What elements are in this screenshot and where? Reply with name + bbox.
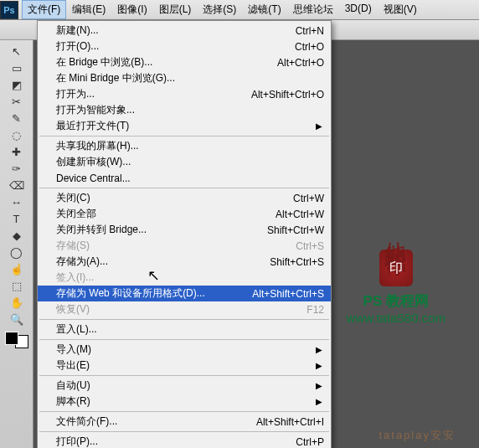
menu-shortcut: Alt+Ctrl+O (277, 57, 324, 69)
submenu-arrow-icon: ▶ (316, 121, 322, 131)
tool-15[interactable]: ✋ (8, 294, 26, 311)
menu-item[interactable]: Device Central... (38, 170, 331, 186)
menu-separator (39, 188, 329, 188)
menu-item[interactable]: 打开(O)...Ctrl+O (38, 39, 331, 54)
menubar-item-2[interactable]: 图像(I) (111, 0, 152, 19)
menu-item: 恢复(V)F12 (38, 301, 331, 317)
menubar: Ps 文件(F)编辑(E)图像(I)图层(L)选择(S)滤镜(T)思维论坛3D(… (0, 0, 479, 20)
menu-label: 存储为(A)... (56, 255, 253, 269)
menu-label: 最近打开文件(T) (56, 119, 324, 133)
menu-label: 存储为 Web 和设备所用格式(D)... (56, 286, 235, 301)
menu-item[interactable]: 新建(N)...Ctrl+N (38, 23, 331, 39)
menu-label: 恢复(V) (56, 302, 290, 317)
menu-shortcut: Shift+Ctrl+W (267, 224, 324, 236)
menu-item[interactable]: 关闭并转到 Bridge...Shift+Ctrl+W (38, 222, 331, 238)
menu-item[interactable]: 导出(E)▶ (38, 358, 331, 373)
menubar-item-6[interactable]: 思维论坛 (287, 0, 339, 19)
tool-6[interactable]: ✚ (8, 143, 26, 160)
menu-item[interactable]: 在 Mini Bridge 中浏览(G)... (38, 70, 331, 86)
bottom-signature: tataplay安安 (379, 428, 456, 443)
menu-label: 创建新审核(W)... (56, 155, 324, 169)
menu-shortcut: Ctrl+S (296, 240, 324, 252)
tool-2[interactable]: ◩ (8, 76, 26, 93)
menu-label: 打开为智能对象... (56, 103, 324, 117)
tool-0[interactable]: ↖ (8, 43, 26, 59)
menu-item[interactable]: 自动(U)▶ (38, 378, 331, 394)
tool-4[interactable]: ✎ (8, 110, 26, 126)
tool-1[interactable]: ▭ (8, 59, 26, 76)
tool-11[interactable]: ◆ (8, 227, 26, 244)
menu-label: 新建(N)... (56, 23, 279, 38)
menu-separator (39, 411, 329, 412)
watermark-stamp-icon: 印 (379, 250, 413, 286)
menu-label: 关闭(C) (56, 191, 276, 205)
menu-item[interactable]: 共享我的屏幕(H)... (38, 138, 331, 154)
menu-item: 签入(I)... (38, 270, 331, 286)
menu-item: 存储(S)Ctrl+S (38, 238, 331, 254)
tool-3[interactable]: ✂ (8, 93, 26, 110)
tool-5[interactable]: ◌ (8, 126, 26, 143)
submenu-arrow-icon: ▶ (316, 381, 322, 390)
color-swatch[interactable] (5, 332, 28, 348)
watermark-title: PS 教程网 (347, 291, 446, 311)
menu-label: 打开为... (56, 87, 234, 101)
menubar-item-4[interactable]: 选择(S) (197, 0, 242, 19)
menu-separator (39, 375, 329, 376)
menubar-item-7[interactable]: 3D(D) (339, 0, 378, 19)
menu-label: 打印(P)... (56, 435, 279, 448)
tool-10[interactable]: T (8, 210, 26, 227)
submenu-arrow-icon: ▶ (316, 397, 322, 406)
tool-9[interactable]: ↔ (8, 193, 26, 210)
menu-label: 在 Bridge 中浏览(B)... (56, 55, 260, 70)
menu-label: 导出(E) (56, 358, 324, 373)
menu-shortcut: Alt+Shift+Ctrl+I (256, 416, 324, 428)
menu-label: 文件简介(F)... (56, 415, 240, 429)
tool-12[interactable]: ◯ (8, 244, 26, 260)
menu-shortcut: Shift+Ctrl+S (270, 256, 324, 268)
tool-8[interactable]: ⌫ (8, 177, 26, 193)
foreground-color[interactable] (5, 332, 18, 345)
menu-separator (39, 431, 329, 432)
menu-item[interactable]: 创建新审核(W)... (38, 154, 331, 170)
tools-panel: ↖▭◩✂✎◌✚✑⌫↔T◆◯☝⬚✋🔍 (0, 40, 33, 448)
menu-item[interactable]: 脚本(R)▶ (38, 394, 331, 409)
menu-shortcut: Alt+Shift+Ctrl+O (251, 89, 324, 100)
menu-item[interactable]: 导入(M)▶ (38, 342, 331, 358)
ps-logo-icon: Ps (0, 1, 18, 19)
watermark: 他处我帮你 印 PS 教程网 www.tata580.com (347, 224, 446, 325)
menubar-item-8[interactable]: 视图(V) (378, 0, 423, 19)
menu-item[interactable]: 存储为 Web 和设备所用格式(D)...Alt+Shift+Ctrl+S (38, 286, 331, 301)
menu-shortcut: Alt+Ctrl+W (276, 209, 324, 220)
menu-separator (39, 339, 329, 340)
menu-item[interactable]: 关闭全部Alt+Ctrl+W (38, 206, 331, 222)
menu-label: 置入(L)... (56, 322, 324, 337)
menu-label: Device Central... (56, 173, 324, 184)
menu-shortcut: F12 (306, 304, 324, 316)
menu-label: 关闭并转到 Bridge... (56, 223, 250, 237)
menu-label: 打开(O)... (56, 39, 278, 54)
menu-item[interactable]: 置入(L)... (38, 322, 331, 337)
menu-item[interactable]: 关闭(C)Ctrl+W (38, 190, 331, 206)
tool-14[interactable]: ⬚ (8, 277, 26, 294)
tool-13[interactable]: ☝ (8, 260, 26, 277)
watermark-calligraphy: 他处我帮你 (381, 224, 410, 241)
menubar-item-1[interactable]: 编辑(E) (66, 0, 111, 19)
menu-label: 共享我的屏幕(H)... (56, 139, 324, 153)
file-menu-dropdown: 新建(N)...Ctrl+N打开(O)...Ctrl+O在 Bridge 中浏览… (37, 20, 332, 448)
menu-item[interactable]: 最近打开文件(T)▶ (38, 118, 331, 134)
menu-item[interactable]: 打开为...Alt+Shift+Ctrl+O (38, 86, 331, 102)
menubar-item-0[interactable]: 文件(F) (22, 0, 66, 19)
menu-item[interactable]: 存储为(A)...Shift+Ctrl+S (38, 254, 331, 270)
menu-item[interactable]: 文件简介(F)...Alt+Shift+Ctrl+I (38, 414, 331, 430)
menubar-item-3[interactable]: 图层(L) (153, 0, 198, 19)
menu-separator (39, 136, 329, 136)
menu-label: 关闭全部 (56, 207, 259, 221)
menubar-item-5[interactable]: 滤镜(T) (242, 0, 286, 19)
menu-item[interactable]: 打开为智能对象... (38, 102, 331, 118)
tool-16[interactable]: 🔍 (8, 311, 26, 327)
menu-item[interactable]: 打印(P)...Ctrl+P (38, 434, 331, 448)
tool-7[interactable]: ✑ (8, 160, 26, 177)
watermark-url: www.tata580.com (347, 311, 446, 325)
menu-shortcut: Alt+Shift+Ctrl+S (252, 288, 324, 300)
menu-item[interactable]: 在 Bridge 中浏览(B)...Alt+Ctrl+O (38, 54, 331, 70)
